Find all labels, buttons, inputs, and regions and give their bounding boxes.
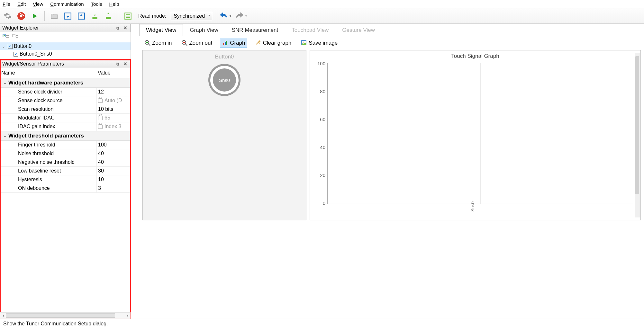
save-image-button[interactable]: Save image [299,39,340,47]
tab-graph-view[interactable]: Graph View [183,24,225,36]
params-horizontal-scrollbar[interactable]: ◂▸ [0,312,131,319]
undo-dropdown-caret[interactable]: ▾ [230,14,231,18]
tab-widget-view[interactable]: Widget View [139,24,183,36]
play-icon[interactable] [30,11,40,21]
tab-touchpad-view: Touchpad View [285,24,335,36]
read-mode-select[interactable]: Synchronized [171,12,212,20]
close-icon[interactable]: × [122,26,128,30]
ytick: 80 [320,89,325,94]
restore-window-icon[interactable]: ⧉ [115,26,121,30]
param-row[interactable]: Finger threshold100 [0,141,131,149]
widget-preview-canvas: Button0 Sns0 [142,50,306,220]
svg-rect-14 [6,35,9,36]
graph-title: Touch Signal Graph [313,53,638,59]
ytick: 60 [320,117,325,122]
param-row[interactable]: Low baseline reset30 [0,167,131,175]
restore-window-icon[interactable]: ⧉ [115,62,121,66]
param-row[interactable]: ON debounce3 [0,184,131,193]
ytick: 100 [317,61,325,66]
svg-rect-6 [92,18,97,19]
svg-rect-29 [259,40,261,42]
svg-line-20 [149,44,150,46]
tree-item-button0-sns0[interactable]: ✓ Button0_Sns0 [0,50,131,58]
svg-rect-16 [13,34,15,37]
lock-icon [98,124,103,129]
param-row[interactable]: Scan resolution10 bits [0,105,131,114]
close-icon[interactable]: × [122,62,128,66]
checkbox-button0-sns0[interactable]: ✓ [14,52,18,57]
sensor-label: Sns0 [213,68,236,92]
menu-view[interactable]: View [33,1,43,7]
menu-help[interactable]: Help [109,1,119,7]
menubar: File Edit View Communication Tools Help [0,0,644,8]
svg-rect-7 [106,17,111,18]
lock-icon [98,116,103,120]
param-row[interactable]: Negative noise threshold40 [0,158,131,167]
download-icon[interactable] [63,11,73,21]
export-stack-icon[interactable] [103,11,113,21]
param-row[interactable]: Sense clock sourceAuto (D [0,96,131,105]
tree-item-button0[interactable]: ⌄ ✓ Button0 [0,42,131,50]
main-toolbar: Read mode: Synchronized ▾ ▾ [0,8,644,24]
ytick: 40 [320,145,325,150]
svg-rect-28 [226,41,227,45]
param-group-header[interactable]: ⌄Widget hardware parameters [0,78,131,88]
svg-rect-26 [223,43,224,45]
open-folder-icon[interactable] [49,11,59,21]
param-row[interactable]: Noise threshold40 [0,149,131,158]
tree-label: Button0 [14,43,32,49]
graph-vertical-scrollbar[interactable] [635,53,640,217]
settings-gear-icon[interactable] [3,11,13,21]
view-toolbar: Zoom in Zoom out Graph Clear graph Save … [139,36,644,50]
status-bar: Show the Tuner Communication Setup dialo… [0,319,644,327]
checkbox-button0[interactable]: ✓ [8,44,13,49]
menu-edit[interactable]: Edit [17,1,26,7]
expand-caret-icon[interactable]: ⌄ [2,44,6,49]
undo-icon[interactable] [219,11,229,21]
param-group-header[interactable]: ⌄Widget threshold parameters [0,131,131,141]
params-panel-title: Widget/Sensor Parameters [2,61,64,67]
graph-toggle-button[interactable]: Graph [220,39,247,48]
widget-tree: ⌄ ✓ Button0 ✓ Button0_Sns0 [0,42,131,60]
svg-rect-2 [20,15,23,17]
ytick: 20 [320,172,325,178]
widget-preview-title: Button0 [215,54,234,60]
zoom-in-button[interactable]: Zoom in [142,39,174,47]
svg-point-31 [303,42,304,43]
lock-icon [98,98,103,103]
uncheck-all-icon[interactable] [12,33,19,40]
param-row[interactable]: Modulator IDAC65 [0,114,131,122]
svg-rect-27 [225,42,226,45]
upload-icon[interactable] [76,11,86,21]
widget-explorer-panel: Widget Explorer ⧉ × ⌄ ✓ Button0 [0,24,131,60]
params-col-value: Value [96,68,131,78]
widget-explorer-title: Widget Explorer [2,25,39,31]
svg-rect-15 [6,37,9,38]
tab-gesture-view: Gesture View [335,24,382,36]
list-view-icon[interactable] [123,11,133,21]
param-row[interactable]: Hysteresis10 [0,175,131,184]
menu-communication[interactable]: Communication [50,1,84,7]
param-row[interactable]: Sense clock divider12 [0,88,131,96]
disconnect-icon[interactable] [16,11,26,21]
menu-tools[interactable]: Tools [91,1,102,7]
svg-rect-17 [16,35,18,36]
svg-line-24 [186,44,187,46]
sensor-button-icon[interactable]: Sns0 [208,64,240,96]
xtick: Sns0 [470,201,475,212]
tab-snr-measurement[interactable]: SNR Measurement [225,24,285,36]
ytick: 0 [323,200,325,206]
menu-file[interactable]: File [3,1,10,7]
import-stack-icon[interactable] [90,11,100,21]
widget-sensor-parameters-panel: Widget/Sensor Parameters ⧉ × Name Value … [0,60,131,319]
check-all-icon[interactable] [2,33,10,40]
redo-icon[interactable] [234,11,245,21]
clear-graph-button[interactable]: Clear graph [253,39,293,47]
read-mode-label: Read mode: [138,13,166,19]
params-col-name: Name [0,68,96,78]
svg-rect-8 [106,18,111,19]
param-row[interactable]: IDAC gain indexIndex 3 [0,122,131,131]
touch-signal-graph: Touch Signal Graph 100 80 60 40 20 0 Sns… [310,50,641,220]
redo-dropdown-caret[interactable]: ▾ [245,14,247,18]
zoom-out-button[interactable]: Zoom out [179,39,214,47]
